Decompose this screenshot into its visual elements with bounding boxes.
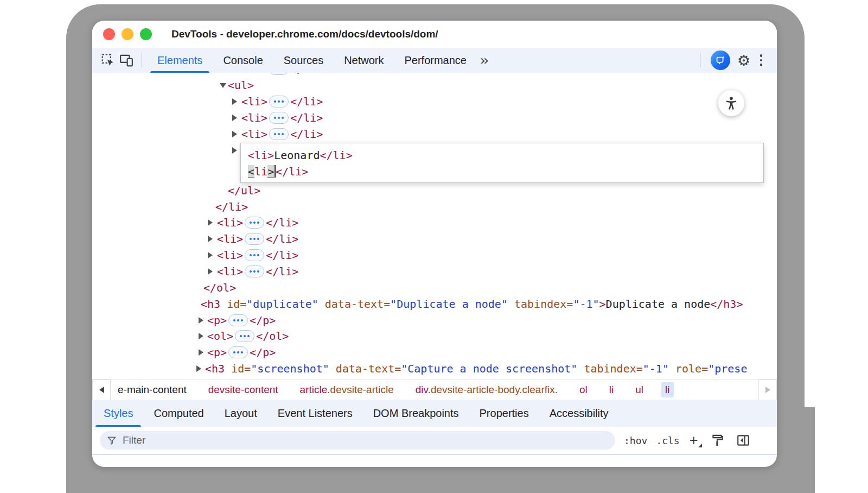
ellipsis-expand-icon[interactable] — [235, 330, 254, 342]
tree-row[interactable]: <li></li> — [92, 110, 777, 126]
tab-console[interactable]: Console — [213, 48, 273, 73]
tree-row[interactable]: <li></li> — [92, 73, 777, 77]
element-classes-button[interactable]: .cls — [656, 435, 679, 446]
breadcrumb-item[interactable]: devsite-content — [205, 382, 282, 397]
tree-row[interactable]: <li></li> — [92, 247, 777, 263]
breadcrumb-item[interactable]: e-main-content — [114, 382, 190, 397]
tree-row[interactable]: <ul> — [92, 77, 777, 93]
code-token-tag: <p> — [207, 346, 227, 359]
ellipsis-expand-icon[interactable] — [269, 73, 289, 75]
tab-properties[interactable]: Properties — [469, 400, 539, 427]
tree-row[interactable]: <p></p> — [92, 312, 777, 328]
tab-styles[interactable]: Styles — [93, 400, 143, 427]
accessibility-button[interactable] — [718, 90, 744, 116]
tree-row[interactable]: <h3 id="duplicate" data-text="Duplicate … — [92, 296, 777, 312]
tab-sources[interactable]: Sources — [273, 48, 334, 73]
breadcrumb-item[interactable]: div.devsite-article-body.clearfix. — [412, 382, 561, 397]
edit-box-line: <li></li> — [248, 163, 763, 180]
expand-arrow-icon[interactable] — [196, 365, 201, 372]
tree-row[interactable]: <p></p> — [92, 344, 777, 361]
ellipsis-expand-icon[interactable] — [245, 217, 264, 229]
ellipsis-expand-icon[interactable] — [228, 346, 248, 358]
tree-row[interactable]: <li></li> — [92, 263, 777, 280]
inspect-element-icon[interactable] — [99, 51, 117, 69]
ellipsis-expand-icon[interactable] — [245, 233, 264, 245]
tree-row[interactable]: <li></li> — [92, 126, 777, 142]
breadcrumb-item[interactable]: li — [605, 382, 617, 397]
tree-row[interactable]: </li> — [92, 199, 777, 215]
tab-computed[interactable]: Computed — [143, 400, 214, 427]
expand-arrow-icon[interactable] — [199, 317, 203, 324]
ellipsis-expand-icon[interactable] — [269, 128, 289, 140]
code-token-attr: id= — [225, 362, 251, 375]
expand-arrow-icon[interactable] — [232, 98, 237, 105]
tab-event-listeners[interactable]: Event Listeners — [267, 400, 363, 427]
tree-row-code: <li></li> — [241, 110, 323, 126]
tab-layout[interactable]: Layout — [214, 400, 267, 427]
breadcrumb-item[interactable]: li — [661, 382, 673, 397]
expand-arrow-icon[interactable] — [199, 333, 203, 339]
code-token-val: "prese — [708, 362, 747, 375]
rendering-brush-icon[interactable] — [710, 433, 724, 447]
code-token-attr: data-text= — [329, 362, 401, 375]
code-token-tag: <li> — [241, 95, 267, 108]
breadcrumb-item[interactable]: ol — [576, 382, 591, 397]
breadcrumb-class: .devsite-article-body.clearfix. — [428, 384, 558, 395]
toggle-sidebar-icon[interactable] — [736, 433, 750, 447]
breadcrumb-tag: ol — [579, 384, 588, 395]
expand-arrow-icon[interactable] — [232, 131, 237, 137]
node-edit-box[interactable]: <li>Leonard</li><li></li> — [240, 143, 764, 183]
code-token-tag: </p> — [250, 346, 276, 359]
tab-elements[interactable]: Elements — [147, 48, 213, 73]
filter-input-wrap[interactable] — [100, 431, 615, 450]
breadcrumb-tag: li — [609, 384, 614, 395]
zoom-button[interactable] — [140, 28, 152, 40]
tree-row[interactable]: <li></li> — [92, 231, 777, 247]
expand-arrow-icon[interactable] — [199, 349, 203, 356]
code-token-tag: <li> — [217, 265, 243, 278]
code-token-tag: </li> — [290, 73, 323, 75]
filter-input[interactable] — [122, 434, 609, 447]
new-style-rule-button[interactable]: + — [690, 433, 698, 448]
ellipsis-expand-icon[interactable] — [269, 112, 289, 124]
code-token-tag: </li> — [215, 200, 248, 213]
breadcrumb-item[interactable]: ul — [631, 382, 647, 397]
more-tabs-icon[interactable]: » — [480, 54, 489, 67]
tree-row[interactable]: <h3 id="screenshot" data-text="Capture a… — [92, 361, 777, 377]
expand-arrow-icon[interactable] — [232, 115, 237, 121]
minimize-button[interactable] — [122, 28, 133, 40]
settings-gear-icon[interactable]: ⚙ — [735, 51, 753, 69]
breadcrumb-plain: e-main-content — [118, 384, 187, 395]
expand-arrow-icon[interactable] — [232, 147, 237, 154]
ellipsis-expand-icon[interactable] — [245, 249, 264, 261]
devtools-window: DevTools - developer.chrome.com/docs/dev… — [92, 21, 777, 467]
tab-network[interactable]: Network — [334, 48, 394, 73]
tab-dom-breakpoints[interactable]: DOM Breakpoints — [363, 400, 469, 427]
tree-row[interactable]: <ol></ol> — [92, 328, 777, 344]
tab-accessibility[interactable]: Accessibility — [539, 400, 619, 427]
tree-row[interactable]: <li></li> — [92, 93, 777, 110]
close-button[interactable] — [103, 28, 115, 40]
expand-arrow-icon[interactable] — [208, 268, 213, 275]
device-toolbar-icon[interactable] — [117, 51, 136, 69]
ellipsis-expand-icon[interactable] — [245, 266, 264, 277]
ai-assistance-icon[interactable] — [711, 50, 730, 70]
expand-arrow-icon[interactable] — [208, 252, 213, 258]
collapse-arrow-icon[interactable] — [220, 83, 226, 88]
toggle-element-state-button[interactable]: :hov — [624, 435, 647, 446]
breadcrumb-item[interactable]: article.devsite-article — [296, 382, 398, 397]
expand-arrow-icon[interactable] — [208, 219, 213, 226]
expand-arrow-icon[interactable] — [208, 236, 213, 242]
tree-row[interactable]: </ul> — [92, 182, 777, 199]
tree-row[interactable]: </ol> — [92, 280, 777, 296]
breadcrumb-scroll-left-icon[interactable] — [92, 380, 111, 400]
more-options-icon[interactable] — [753, 51, 769, 69]
breadcrumb-scroll-right-icon[interactable] — [758, 380, 777, 400]
ellipsis-expand-icon[interactable] — [269, 96, 289, 108]
tree-row-code: <li></li> — [241, 73, 323, 77]
tree-row-code: <li></li> — [217, 263, 298, 280]
tab-performance[interactable]: Performance — [394, 48, 477, 73]
tree-row[interactable]: <li></li> — [92, 214, 777, 231]
devtools-toolbar: ElementsConsoleSourcesNetworkPerformance… — [92, 48, 777, 73]
ellipsis-expand-icon[interactable] — [228, 314, 248, 326]
